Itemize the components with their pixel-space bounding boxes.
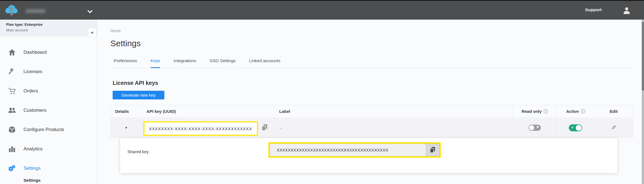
toggle-x-icon: ✖ <box>537 125 539 129</box>
toggle-knob <box>576 125 582 131</box>
info-icon[interactable]: i <box>581 109 585 113</box>
support-link[interactable]: Support <box>585 7 602 12</box>
package-icon <box>8 126 16 133</box>
header-read-only: Read only i <box>513 105 557 117</box>
copy-icon[interactable] <box>262 124 268 131</box>
api-keys-table: Details API key (UUID) Label Read only i… <box>110 105 633 138</box>
sidebar-item-settings[interactable]: Settings <box>0 159 97 178</box>
chevron-down-icon[interactable] <box>87 9 93 14</box>
toggle-knob <box>529 125 534 130</box>
tab-keys[interactable]: Keys <box>151 58 160 68</box>
toggle-check-icon: ✓ <box>571 125 574 129</box>
header-active: Active i <box>557 105 595 117</box>
active-toggle[interactable]: ✓ <box>569 124 582 131</box>
analytics-icon <box>8 146 16 152</box>
sidebar-item-licenses[interactable]: Licenses <box>0 62 97 81</box>
panel-divider <box>127 170 610 170</box>
row-expander-icon[interactable]: ▼ <box>125 126 128 129</box>
app-window: Support Plan type: Enterprise Main accou… <box>0 0 644 184</box>
sidebar: Plan type: Enterprise Main account « Das… <box>0 20 97 184</box>
section-title: License API keys <box>113 80 633 86</box>
scrollbar-thumb[interactable] <box>642 22 644 90</box>
sidebar-item-label: Settings <box>23 166 41 171</box>
page-title: Settings <box>110 39 633 48</box>
edit-pencil-icon[interactable]: ✎ <box>611 124 616 131</box>
account-label: Main account <box>6 28 97 32</box>
header-edit: Edit <box>595 105 633 117</box>
header-label: Label <box>275 105 513 117</box>
tab-integrations[interactable]: Integrations <box>174 58 196 68</box>
top-bar: Support <box>0 1 644 20</box>
sidebar-item-customers[interactable]: Customers <box>0 101 97 120</box>
settings-tabs: Preferences Keys Integrations SSO Settin… <box>110 58 633 68</box>
main-content: Home Settings Preferences Keys Integrati… <box>98 20 642 184</box>
home-icon <box>8 49 16 55</box>
table-header-row: Details API key (UUID) Label Read only i… <box>110 105 633 117</box>
tab-linked-accounts[interactable]: Linked accounts <box>249 58 280 68</box>
sidebar-item-dashboard[interactable]: Dashboard <box>0 43 97 62</box>
cart-icon <box>8 88 16 94</box>
sidebar-item-analytics[interactable]: Analytics <box>0 139 97 159</box>
plan-type-label: Plan type: Enterprise <box>6 22 97 27</box>
tab-sso-settings[interactable]: SSO Settings <box>210 58 236 68</box>
cloud-key-logo-icon[interactable] <box>4 3 19 19</box>
header-api-key: API key (UUID) <box>142 105 275 117</box>
sidebar-item-label: Customers <box>23 108 46 113</box>
label-cell: - <box>275 117 513 138</box>
shared-key-field[interactable]: XXXXXXXXXXXXXXXXXXXXXXXXXXXXXXXXXXXXXXXX <box>270 144 426 156</box>
tab-preferences[interactable]: Preferences <box>114 58 137 68</box>
shared-key-copy-button[interactable] <box>426 144 439 156</box>
info-icon[interactable]: i <box>544 109 548 113</box>
sidebar-item-label: Dashboard <box>23 50 47 55</box>
key-icon <box>8 68 16 75</box>
read-only-toggle[interactable]: ✖ <box>529 125 541 131</box>
api-key-cell: XXXXXXXX-XXXX-XXXX-XXXX-XXXXXXXXXXXX <box>142 117 275 138</box>
sidebar-item-label: Licenses <box>23 69 42 74</box>
shared-key-label: Shared key <box>127 149 149 154</box>
gears-icon <box>8 165 16 172</box>
sidebar-item-configure-products[interactable]: Configure Products <box>0 120 97 139</box>
user-account-icon[interactable] <box>623 6 631 15</box>
generate-new-key-button[interactable]: Generate new key <box>113 91 164 99</box>
sidebar-item-label: Analytics <box>23 146 42 152</box>
plan-info-block: Plan type: Enterprise Main account « <box>0 20 97 36</box>
sidebar-nav: Dashboard Licenses Orders Customers <box>0 43 97 183</box>
api-key-highlight-box: XXXXXXXX-XXXX-XXXX-XXXX-XXXXXXXXXXXX <box>143 121 258 136</box>
shared-key-highlight-box: XXXXXXXXXXXXXXXXXXXXXXXXXXXXXXXXXXXXXXXX <box>268 142 441 158</box>
breadcrumb-home[interactable]: Home <box>110 20 127 33</box>
header-details: Details <box>110 105 142 117</box>
account-name-blurred <box>26 9 45 13</box>
sidebar-item-label: Orders <box>23 88 38 94</box>
sidebar-item-orders[interactable]: Orders <box>0 81 97 101</box>
sidebar-collapse-button[interactable]: « <box>88 28 96 37</box>
customers-icon <box>8 108 16 113</box>
sidebar-item-label: Configure Products <box>23 127 64 132</box>
table-row: ▼ XXXXXXXX-XXXX-XXXX-XXXX-XXXXXXXXXXXX - <box>110 117 633 138</box>
sidebar-subitem-settings[interactable]: Settings <box>0 178 97 183</box>
expanded-details-panel: Shared key XXXXXXXXXXXXXXXXXXXXXXXXXXXXX… <box>120 138 617 173</box>
vertical-scrollbar[interactable] <box>642 20 644 184</box>
